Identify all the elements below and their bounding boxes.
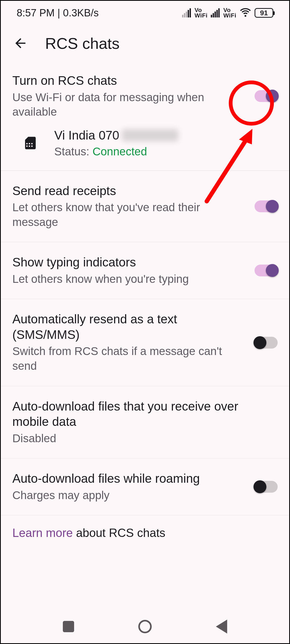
sim-card-icon — [20, 133, 40, 153]
row-turn-on-rcs[interactable]: Turn on RCS chats Use Wi-Fi or data for … — [0, 61, 290, 122]
sim-name: Vi India 070 — [54, 128, 278, 142]
sim-status: Status: Connected — [54, 145, 278, 158]
settings-list: Turn on RCS chats Use Wi-Fi or data for … — [0, 61, 290, 550]
status-time: 8:57 PM — [17, 7, 55, 19]
typing-toggle[interactable] — [255, 265, 278, 276]
circle-icon — [138, 620, 152, 633]
header: RCS chats — [0, 26, 290, 61]
sim-status-value: Connected — [92, 145, 147, 158]
sim-number-redacted — [122, 129, 178, 141]
row-sim-status[interactable]: Vi India 070 Status: Connected — [0, 122, 290, 171]
row-typing-indicators[interactable]: Show typing indicators Let others know w… — [0, 242, 290, 299]
read-receipts-title: Send read receipts — [12, 183, 244, 199]
nav-recents-button[interactable] — [60, 619, 77, 635]
auto-dl-mobile-subtitle: Disabled — [12, 431, 267, 446]
learn-more-link[interactable]: Learn more — [12, 526, 73, 539]
typing-subtitle: Let others know when you're typing — [12, 272, 244, 287]
row-auto-download-roaming[interactable]: Auto-download files while roaming Charge… — [0, 459, 290, 515]
auto-resend-subtitle: Switch from RCS chats if a message can't… — [12, 344, 244, 373]
signal-icon-1 — [182, 8, 191, 17]
arrow-back-icon — [13, 36, 28, 51]
battery-icon: 91 — [255, 8, 273, 18]
auto-dl-roaming-toggle[interactable] — [255, 481, 278, 493]
vowifi-indicator-2: Vo WiFi — [223, 8, 236, 18]
auto-dl-mobile-title: Auto-download files that you receive ove… — [12, 399, 267, 430]
page-title: RCS chats — [45, 34, 119, 52]
auto-dl-roaming-subtitle: Charges may apply — [12, 488, 244, 503]
row-auto-resend[interactable]: Automatically resend as a text (SMS/MMS)… — [0, 299, 290, 386]
navigation-bar — [0, 609, 290, 644]
sim-status-label: Status: — [54, 145, 92, 158]
auto-dl-roaming-title: Auto-download files while roaming — [12, 471, 244, 486]
status-bar: 8:57 PM | 0.3KB/s Vo WiFi Vo WiFi — [0, 0, 290, 26]
rcs-title: Turn on RCS chats — [12, 73, 244, 89]
typing-title: Show typing indicators — [12, 255, 244, 270]
nav-back-button[interactable] — [213, 619, 230, 635]
status-right: Vo WiFi Vo WiFi 91 — [182, 6, 273, 20]
read-receipts-subtitle: Let others know that you've read their m… — [12, 200, 244, 229]
signal-icon-2 — [211, 8, 220, 17]
row-read-receipts[interactable]: Send read receipts Let others know that … — [0, 171, 290, 243]
rcs-subtitle: Use Wi-Fi or data for messaging when ava… — [12, 90, 244, 119]
sim-name-prefix: Vi India 070 — [54, 128, 119, 142]
status-speed: 0.3KB/s — [63, 7, 99, 19]
rcs-toggle[interactable] — [255, 90, 278, 102]
auto-resend-title: Automatically resend as a text (SMS/MMS) — [12, 312, 244, 342]
learn-more-text: about RCS chats — [73, 526, 165, 539]
vowifi-indicator-1: Vo WiFi — [195, 8, 208, 18]
battery-level: 91 — [260, 9, 268, 17]
auto-resend-toggle[interactable] — [255, 337, 278, 349]
status-sep: | — [55, 7, 63, 19]
row-learn-more[interactable]: Learn more about RCS chats — [0, 515, 290, 550]
back-button[interactable] — [11, 34, 30, 53]
wifi-icon — [240, 6, 251, 20]
triangle-icon — [216, 620, 227, 634]
square-icon — [63, 621, 74, 632]
nav-home-button[interactable] — [137, 619, 153, 635]
read-receipts-toggle[interactable] — [255, 200, 278, 212]
status-left: 8:57 PM | 0.3KB/s — [17, 7, 99, 19]
row-auto-download-mobile[interactable]: Auto-download files that you receive ove… — [0, 386, 290, 459]
